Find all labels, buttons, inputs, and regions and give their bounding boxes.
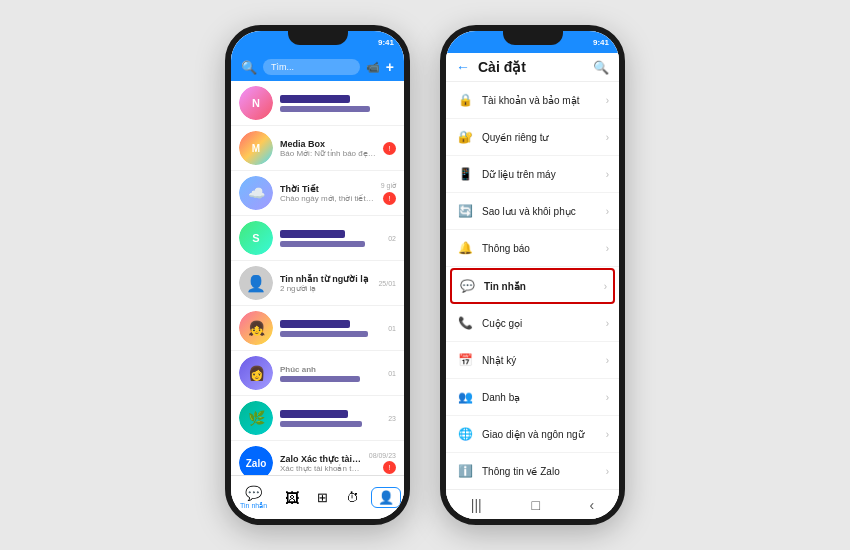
settings-data-label: Dữ liệu trên máy [482, 169, 598, 180]
badge-mediabox: ! [383, 142, 396, 155]
avatar-8: 🌿 [239, 401, 273, 435]
chevron-interface: › [606, 429, 609, 440]
chat-item-1[interactable]: N [231, 81, 404, 126]
chat-time-8: 23 [388, 415, 396, 422]
settings-about-label: Thông tin về Zalo [482, 466, 598, 477]
chevron-account: › [606, 95, 609, 106]
settings-interface[interactable]: 🌐 Giao diện và ngôn ngữ › [446, 416, 619, 453]
search-bar[interactable]: Tìm... [263, 59, 360, 75]
settings-notify[interactable]: 🔔 Thông báo › [446, 230, 619, 267]
avatar-1: N [239, 86, 273, 120]
chat-info-1 [280, 95, 389, 112]
nav-messages-label: Tin nhắn [240, 502, 267, 510]
nav-grid[interactable]: ⊞ [311, 488, 334, 507]
chat-meta-6: 01 [388, 325, 396, 332]
back-button[interactable]: ← [456, 59, 470, 75]
chevron-call: › [606, 318, 609, 329]
chat-preview-weather: Chào ngày mới, thời tiết Đà Nẵng hôm... [280, 194, 374, 203]
call-icon: 📞 [456, 314, 474, 332]
chevron-diary: › [606, 355, 609, 366]
settings-contacts[interactable]: 👥 Danh bạ › [446, 379, 619, 416]
badge-weather: ! [383, 192, 396, 205]
avatar-stranger: 👤 [239, 266, 273, 300]
chevron-privacy: › [606, 132, 609, 143]
settings-account[interactable]: 🔒 Tài khoản và bảo mật › [446, 82, 619, 119]
chat-meta-weather: 9 giờ ! [381, 182, 396, 205]
chat-item-stranger[interactable]: 👤 Tin nhắn từ người lạ 2 người lạ 25/01 [231, 261, 404, 306]
settings-bottom-nav: ||| □ ‹ [446, 489, 619, 519]
avatar-7: 👩 [239, 356, 273, 390]
settings-message[interactable]: 💬 Tin nhắn › [450, 268, 615, 304]
chat-info-4 [280, 230, 381, 247]
about-icon: ℹ️ [456, 462, 474, 480]
chat-preview-bar-4 [280, 241, 365, 247]
settings-privacy[interactable]: 🔐 Quyền riêng tư › [446, 119, 619, 156]
settings-privacy-label: Quyền riêng tư [482, 132, 598, 143]
chat-name-bar-6 [280, 320, 350, 328]
interface-icon: 🌐 [456, 425, 474, 443]
chevron-about: › [606, 466, 609, 477]
add-button[interactable]: + [386, 59, 394, 75]
settings-backup[interactable]: 🔄 Sao lưu và khôi phục › [446, 193, 619, 230]
settings-about[interactable]: ℹ️ Thông tin về Zalo › [446, 453, 619, 489]
search-icon[interactable]: 🔍 [241, 60, 257, 75]
status-time-2: 9:41 [593, 38, 609, 47]
video-call-icon[interactable]: 📹 [366, 61, 380, 74]
chat-preview-bar-6 [280, 331, 368, 337]
chat-preview-bar-7 [280, 376, 360, 382]
chat-item-mediabox[interactable]: M Media Box Báo Mới: Nữ tỉnh báo đẹp nổi… [231, 126, 404, 171]
search-button[interactable]: 🔍 [593, 60, 609, 75]
status-bar-2: 9:41 [446, 31, 619, 53]
contacts-icon: 👥 [456, 388, 474, 406]
settings-data[interactable]: 📱 Dữ liệu trên máy › [446, 156, 619, 193]
nav-profile[interactable]: 👤 [371, 487, 401, 508]
privacy-icon: 🔐 [456, 128, 474, 146]
settings-title: Cài đặt [478, 59, 585, 75]
chat-item-zalo[interactable]: Zalo Zalo Xác thực tài khoản Xác thực tà… [231, 441, 404, 475]
chat-name-stranger: Tin nhắn từ người lạ [280, 274, 371, 284]
chevron-message: › [604, 281, 607, 292]
chat-info-8 [280, 410, 381, 427]
avatar-4: S [239, 221, 273, 255]
grid-icon: ⊞ [317, 490, 328, 505]
chat-item-4[interactable]: S 02 [231, 216, 404, 261]
back-gesture-icon: ‹ [589, 497, 594, 513]
settings-account-label: Tài khoản và bảo mật [482, 95, 598, 106]
bottom-nav-1: 💬 Tin nhắn 🖼 ⊞ ⏱ 👤 [231, 475, 404, 519]
chat-info-6 [280, 320, 381, 337]
chat-preview-bar-8 [280, 421, 362, 427]
chat-info-7: Phúc anh [280, 365, 381, 382]
settings-backup-label: Sao lưu và khôi phục [482, 206, 598, 217]
chat-name-label-7: Phúc anh [280, 365, 381, 374]
chat-item-8[interactable]: 🌿 23 [231, 396, 404, 441]
message-icon: 💬 [458, 277, 476, 295]
chat-meta-7: 01 [388, 370, 396, 377]
avatar-6: 👧 [239, 311, 273, 345]
chat-item-6[interactable]: 👧 01 [231, 306, 404, 351]
nav-gallery[interactable]: 🖼 [279, 488, 305, 508]
diary-icon: 📅 [456, 351, 474, 369]
chat-item-7[interactable]: 👩 Phúc anh 01 [231, 351, 404, 396]
chat-meta-8: 23 [388, 415, 396, 422]
nav-messages[interactable]: 💬 Tin nhắn [234, 483, 273, 512]
chat-name-bar-1 [280, 95, 350, 103]
chat-name-mediabox: Media Box [280, 139, 376, 149]
chat-name-weather: Thời Tiết [280, 184, 374, 194]
chat-name-zalo: Zalo Xác thực tài khoản [280, 454, 362, 464]
settings-diary[interactable]: 📅 Nhật ký › [446, 342, 619, 379]
clock-icon: ⏱ [346, 490, 359, 505]
nav-clock[interactable]: ⏱ [340, 488, 365, 507]
chevron-contacts: › [606, 392, 609, 403]
chevron-notify: › [606, 243, 609, 254]
status-bar-1: 9:41 [231, 31, 404, 53]
chevron-data: › [606, 169, 609, 180]
chat-preview-bar-1 [280, 106, 370, 112]
settings-call[interactable]: 📞 Cuộc gọi › [446, 305, 619, 342]
chat-time-4: 02 [388, 235, 396, 242]
search-placeholder: Tìm... [271, 62, 294, 72]
chat-meta-stranger: 25/01 [378, 280, 396, 287]
profile-icon: 👤 [378, 490, 394, 505]
chat-item-weather[interactable]: ☁️ Thời Tiết Chào ngày mới, thời tiết Đà… [231, 171, 404, 216]
home-gesture-icon: ||| [471, 497, 482, 513]
chat-name-bar-8 [280, 410, 348, 418]
